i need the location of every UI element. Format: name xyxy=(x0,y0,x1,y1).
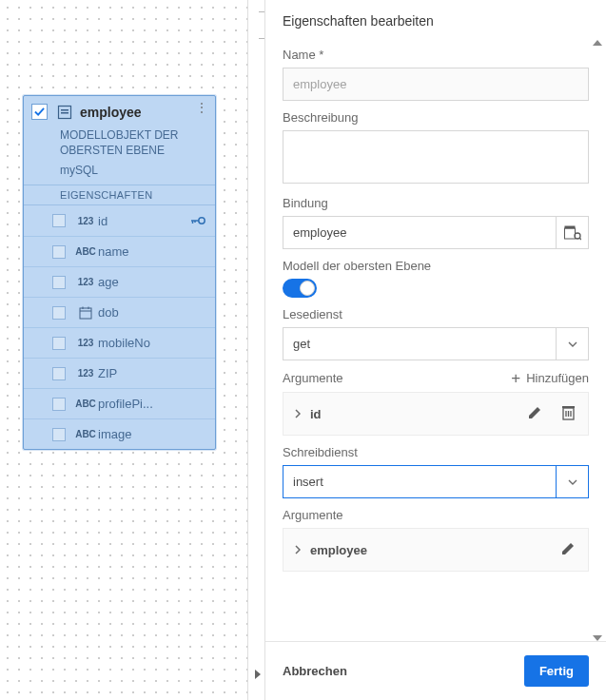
panel-header: Eigenschaften bearbeiten xyxy=(265,0,606,38)
top-level-label: Modell der obersten Ebene xyxy=(283,259,589,273)
write-argument-row[interactable]: employee xyxy=(283,528,589,572)
binding-browse-button[interactable] xyxy=(557,216,589,249)
svg-rect-12 xyxy=(564,225,575,228)
name-label: Name * xyxy=(283,48,589,62)
chevron-right-icon xyxy=(295,407,301,421)
write-service-label: Schreibdienst xyxy=(283,445,589,459)
canvas-expand-icon[interactable] xyxy=(255,670,261,679)
write-arguments-label: Argumente xyxy=(283,508,343,522)
property-checkbox[interactable] xyxy=(52,245,66,259)
property-type-icon: ABC xyxy=(73,246,98,257)
entity-select-checkbox[interactable] xyxy=(31,104,48,120)
cancel-button[interactable]: Abbrechen xyxy=(283,664,347,678)
entity-title: employee xyxy=(80,105,142,120)
property-name: image xyxy=(98,427,131,441)
property-checkbox[interactable] xyxy=(52,306,66,320)
property-type-icon xyxy=(73,306,98,320)
svg-rect-1 xyxy=(61,109,68,111)
argument-name: employee xyxy=(310,543,367,557)
add-argument-label: Hinzufügen xyxy=(526,371,589,385)
description-label: Beschreibung xyxy=(283,110,589,125)
property-row[interactable]: 123mobileNo xyxy=(24,327,215,358)
read-argument-row[interactable]: id xyxy=(283,392,589,436)
property-name: age xyxy=(98,275,119,289)
property-checkbox[interactable] xyxy=(52,398,66,411)
edit-argument-button[interactable] xyxy=(527,404,543,423)
top-level-toggle[interactable] xyxy=(283,279,317,298)
property-name: mobileNo xyxy=(98,336,150,350)
edit-argument-button[interactable] xyxy=(560,540,577,559)
svg-rect-7 xyxy=(80,308,91,319)
property-type-icon: 123 xyxy=(73,277,98,287)
svg-point-3 xyxy=(199,218,205,224)
description-field[interactable] xyxy=(283,130,589,184)
property-name: ZIP xyxy=(98,366,117,380)
delete-argument-button[interactable] xyxy=(560,404,577,423)
read-service-select[interactable] xyxy=(283,327,557,360)
read-service-chevron[interactable] xyxy=(557,327,589,360)
property-name: dob xyxy=(98,305,119,320)
scroll-down-icon[interactable] xyxy=(593,635,602,641)
property-name: profilePi... xyxy=(98,397,153,411)
property-row[interactable]: ABCimage xyxy=(24,418,215,449)
write-service-select[interactable] xyxy=(283,465,557,498)
key-icon xyxy=(190,214,205,228)
entity-connector: mySQL xyxy=(24,164,215,185)
property-checkbox[interactable] xyxy=(52,337,66,350)
read-arguments-label: Argumente xyxy=(283,371,343,385)
entity-more-icon[interactable]: ⋮ xyxy=(196,104,207,111)
plus-icon: + xyxy=(511,370,520,386)
property-row[interactable]: 123ZIP xyxy=(24,358,215,388)
add-argument-button[interactable]: + Hinzufügen xyxy=(511,370,589,386)
canvas-ruler xyxy=(247,0,264,700)
property-row[interactable]: ABCprofilePi... xyxy=(24,388,215,418)
svg-rect-11 xyxy=(564,228,575,239)
entity-subtitle: MODELLOBJEKT DER OBERSTEN EBENE xyxy=(24,126,215,164)
property-type-icon: ABC xyxy=(73,429,98,439)
property-type-icon: ABC xyxy=(73,399,98,409)
done-button[interactable]: Fertig xyxy=(524,655,589,687)
properties-panel: Eigenschaften bearbeiten Name * Beschrei… xyxy=(264,0,606,700)
entity-section-header: EIGENSCHAFTEN xyxy=(24,185,215,205)
property-type-icon: 123 xyxy=(73,338,98,348)
read-service-label: Lesedienst xyxy=(283,307,589,321)
binding-field[interactable] xyxy=(283,216,557,249)
property-row[interactable]: dob xyxy=(24,297,215,327)
property-checkbox[interactable] xyxy=(52,214,66,227)
property-row[interactable]: 123age xyxy=(24,266,215,297)
name-field[interactable] xyxy=(283,68,589,101)
property-row[interactable]: ABCname xyxy=(24,236,215,266)
entity-card-employee[interactable]: employee ⋮ MODELLOBJEKT DER OBERSTEN EBE… xyxy=(23,95,216,450)
entity-object-icon xyxy=(57,105,72,120)
property-type-icon: 123 xyxy=(73,216,98,226)
entity-properties-list: 123idABCname123agedob123mobileNo123ZIPAB… xyxy=(24,205,215,449)
property-row[interactable]: 123id xyxy=(24,205,215,236)
property-type-icon: 123 xyxy=(73,368,98,379)
property-name: name xyxy=(98,244,129,259)
write-service-chevron[interactable] xyxy=(557,465,589,498)
property-name: id xyxy=(98,214,108,228)
binding-label: Bindung xyxy=(283,196,589,210)
property-checkbox[interactable] xyxy=(52,276,66,289)
argument-name: id xyxy=(310,407,322,421)
property-checkbox[interactable] xyxy=(52,428,66,441)
chevron-right-icon xyxy=(295,543,301,557)
svg-line-14 xyxy=(579,238,581,240)
property-checkbox[interactable] xyxy=(52,367,66,380)
canvas: employee ⋮ MODELLOBJEKT DER OBERSTEN EBE… xyxy=(0,0,264,700)
svg-rect-19 xyxy=(562,406,575,408)
svg-rect-2 xyxy=(61,112,68,114)
